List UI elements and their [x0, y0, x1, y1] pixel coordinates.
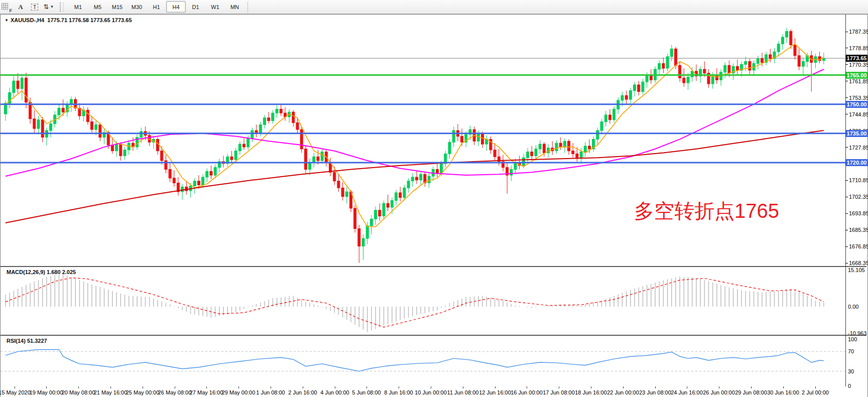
candle-body [510, 169, 513, 175]
timeframe-button-m15[interactable]: M15 [107, 1, 127, 13]
price-tick-mark [845, 97, 848, 98]
date-label: 10 Jun 00:00 [415, 389, 447, 395]
candle-body [345, 192, 348, 197]
price-tick-label: 1727.85 [849, 145, 868, 151]
price-tick-mark [845, 180, 848, 181]
candle-body [210, 171, 212, 175]
main-price-pane[interactable]: ▼XAUUSD-,H4 1775.71 1776.58 1773.65 1773… [1, 15, 866, 267]
time-tick-mark [815, 386, 816, 388]
time-tick-mark [463, 386, 463, 388]
candle-body [736, 66, 738, 70]
timeframe-button-group: M1M5M15M30H1H4D1W1MN [68, 1, 244, 13]
candle-body [596, 130, 599, 139]
candle-body [642, 82, 644, 91]
date-label: 18 Jun 16:00 [575, 389, 607, 395]
symbol-dropdown-icon[interactable]: ▼ [5, 18, 9, 23]
candle-body [440, 164, 443, 173]
candle-body [584, 146, 586, 152]
candle-body [366, 226, 368, 238]
macd-chart[interactable] [1, 267, 845, 335]
candle-body [391, 200, 393, 207]
time-tick-mark [623, 386, 624, 388]
price-level-box-1750.00: 1750.00 [846, 101, 867, 108]
date-label: 2 Jul 00:00 [802, 389, 829, 395]
candle-body [21, 78, 23, 88]
time-tick-mark [238, 386, 239, 388]
arrows-glyph: ⇅ [44, 3, 49, 11]
timeframe-button-d1[interactable]: D1 [186, 1, 205, 13]
timeframe-button-mn[interactable]: MN [225, 1, 244, 13]
timeframe-button-w1[interactable]: W1 [205, 1, 225, 13]
date-label: 30 Jun 16:00 [767, 389, 799, 395]
symbol-label: XAUUSD-,H4 [11, 17, 44, 23]
text-box-t-icon[interactable]: T [28, 1, 41, 13]
candle-body [543, 144, 545, 153]
candle-body [777, 44, 780, 52]
date-label: 20 May 08:00 [62, 389, 95, 395]
date-label: 4 Jun 00:00 [320, 389, 349, 395]
date-label: 5 Jun 08:00 [352, 389, 381, 395]
time-axis[interactable]: 15 May 202019 May 00:0020 May 08:0021 Ma… [1, 386, 866, 397]
ohlc-values: 1775.71 1776.58 1773.65 1773.65 [47, 17, 132, 23]
date-label: 27 May 16:00 [190, 389, 223, 395]
toolbar-grip[interactable] [60, 3, 64, 12]
timeframe-button-m1[interactable]: M1 [68, 1, 88, 13]
candle-body [276, 109, 278, 113]
candle-body [354, 208, 356, 229]
price-tick-label: 1753.35 [849, 95, 868, 101]
text-label-a-icon[interactable]: A [14, 1, 27, 13]
candle-body [539, 144, 541, 149]
candle-body [604, 115, 607, 122]
dropdown-caret-icon[interactable]: ▼ [50, 5, 54, 9]
candle-body [461, 137, 463, 143]
time-tick-mark [559, 386, 559, 388]
timeframe-button-h1[interactable]: H1 [147, 1, 166, 13]
candlestick-chart[interactable] [1, 15, 845, 266]
candle-body [62, 108, 64, 112]
candle-body [296, 122, 299, 129]
candle-body [86, 110, 89, 121]
date-label: 1 Jun 08:00 [256, 389, 285, 395]
price-tick-label: 1676.85 [849, 243, 868, 249]
candle-body [300, 129, 303, 149]
candle-body [362, 238, 364, 246]
candle-body [403, 188, 406, 197]
candle-body [662, 63, 665, 68]
candle-body [691, 71, 693, 77]
candle-body [58, 108, 60, 115]
candle-body [214, 168, 216, 175]
candle-body [535, 149, 537, 156]
chart-header: ▼XAUUSD-,H4 1775.71 1776.58 1773.65 1773… [5, 17, 132, 23]
candle-body [481, 134, 484, 144]
price-scale[interactable]: 1787.351778.851770.351761.851753.351744.… [845, 15, 867, 397]
candle-body [395, 193, 398, 200]
grid-glyph: F [2, 3, 12, 11]
candle-body [193, 181, 196, 186]
candle-body [37, 120, 40, 128]
macd-pane[interactable]: MACD(12,26,9) 1.680 2.025 [1, 267, 866, 336]
candle-body [822, 58, 825, 60]
time-tick-mark [751, 386, 752, 388]
candle-body [608, 115, 611, 120]
chart-grid-f-icon[interactable]: F [0, 1, 13, 13]
candle-body [173, 178, 175, 183]
candle-body [646, 75, 648, 82]
timeframe-button-m5[interactable]: M5 [88, 1, 107, 13]
cursor-arrows-icon[interactable]: ⇅ ▼ [42, 1, 55, 13]
candle-body [263, 118, 266, 125]
price-tick-mark [845, 230, 848, 230]
annotation-text[interactable]: 多空转折点1765 [634, 200, 779, 221]
candle-body [580, 152, 582, 158]
candle-body [292, 112, 295, 122]
candle-body [234, 151, 237, 160]
time-tick-mark [15, 386, 15, 388]
candle-body [420, 174, 422, 180]
timeframe-button-m30[interactable]: M30 [127, 1, 147, 13]
candle-body [358, 229, 360, 246]
candle-body [238, 144, 241, 151]
candle-body [33, 119, 36, 128]
timeframe-button-h4[interactable]: H4 [166, 1, 186, 13]
candle-body [522, 158, 525, 165]
candle-body [531, 152, 533, 156]
time-tick-mark [78, 386, 79, 388]
